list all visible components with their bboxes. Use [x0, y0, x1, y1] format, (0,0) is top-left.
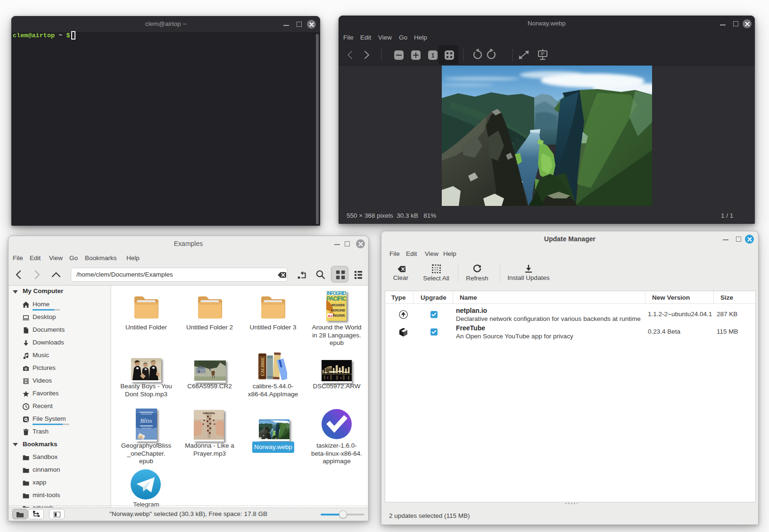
svg-text:CALIBRE: CALIBRE — [260, 357, 265, 376]
svg-text:A2: A2 — [328, 314, 333, 318]
svg-text:MADONNA: MADONNA — [203, 411, 215, 415]
svg-text:AROUND THE: AROUND THE — [331, 303, 345, 307]
svg-text:Bliss: Bliss — [140, 417, 152, 424]
svg-text:LANGUAGES: LANGUAGES — [331, 313, 345, 318]
svg-text:1: 1 — [431, 52, 435, 59]
svg-text:WORLD IN 28: WORLD IN 28 — [331, 308, 345, 312]
svg-text:PACIFIC: PACIFIC — [327, 295, 347, 302]
